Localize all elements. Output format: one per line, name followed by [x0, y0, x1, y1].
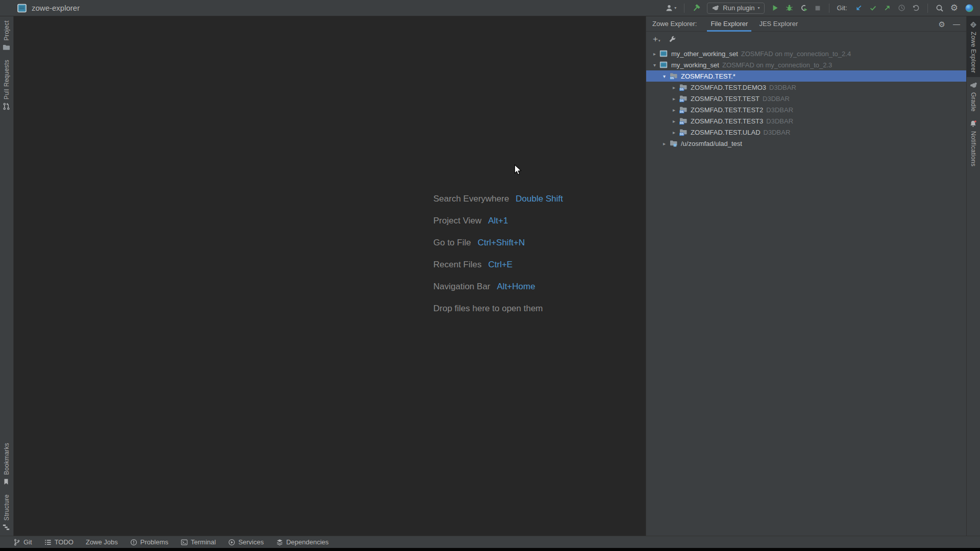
tree-row[interactable]: ▸ my_other_working_set ZOSMFAD on my_con…	[646, 48, 966, 59]
git-commit-button[interactable]	[869, 4, 877, 12]
shortcut-hint-row: Recent Files Ctrl+E	[433, 254, 563, 276]
tree-row[interactable]: ▸ DS ZOSMFAD.TEST.TEST2 D3DBAR	[646, 104, 966, 115]
tool-window-button[interactable]: Gradle	[967, 77, 980, 116]
bottom-bar-button[interactable]: Services	[228, 538, 264, 546]
tree-chevron-icon[interactable]: ▸	[660, 141, 669, 146]
tree-node-name: ZOSMFAD.TEST.TEST3	[691, 117, 763, 125]
tree-chevron-icon[interactable]: ▸	[650, 51, 659, 57]
tree-row[interactable]: ▸ DS ZOSMFAD.TEST.ULAD D3DBAR	[646, 127, 966, 138]
tree-row[interactable]: ▸ /u/zosmfad/ulad_test	[646, 138, 966, 149]
tree-node-suffix: ZOSMFAD on my_connection_to_2.3	[722, 61, 832, 69]
git-update-button[interactable]	[855, 4, 863, 12]
run-button[interactable]	[771, 4, 779, 12]
bottom-bar-icon	[228, 539, 235, 546]
settings-gear-icon[interactable]: ⚙	[950, 4, 958, 12]
tree-node-name: ZOSMFAD.TEST.DEMO3	[691, 84, 766, 91]
svg-text:DS: DS	[680, 99, 684, 102]
tree-row[interactable]: ▸ DS ZOSMFAD.TEST.DEMO3 D3DBAR	[646, 82, 966, 93]
zowe-panel-title: Zowe Explorer:	[652, 20, 697, 28]
tool-window-icon	[3, 103, 11, 111]
tree-chevron-icon[interactable]: ▸	[670, 107, 678, 113]
tree-chevron-icon[interactable]: ▸	[670, 130, 678, 135]
svg-text:Z: Z	[972, 22, 975, 27]
tool-window-button[interactable]: Project	[0, 16, 13, 56]
profile-sphere-icon[interactable]	[965, 4, 974, 13]
tool-window-button[interactable]: Structure	[0, 490, 13, 536]
bottom-bar-button[interactable]: Zowe Jobs	[86, 538, 118, 546]
tree-row[interactable]: ▾ my_working_set ZOSMFAD on my_connectio…	[646, 59, 966, 70]
tree-chevron-icon[interactable]: ▾	[660, 73, 669, 79]
tree-row[interactable]: ▸ DS ZOSMFAD.TEST.TEST D3DBAR	[646, 93, 966, 104]
build-hammer-button[interactable]	[692, 4, 700, 12]
title-bar: zowe-explorer ▾ Run plugin ▾ Git:	[0, 0, 980, 16]
search-everywhere-button[interactable]	[936, 4, 944, 12]
bottom-bar-icon	[13, 539, 20, 546]
tool-window-button[interactable]: Z Zowe Explorer	[967, 16, 980, 77]
tree-chevron-icon[interactable]: ▸	[670, 118, 678, 124]
tree-chevron-icon[interactable]: ▾	[650, 62, 659, 68]
explorer-tab[interactable]: File Explorer	[705, 16, 753, 32]
git-label: Git:	[837, 4, 847, 12]
tree-chevron-icon[interactable]: ▸	[670, 85, 678, 90]
main-toolbar: ▾ Run plugin ▾ Git:	[665, 3, 976, 14]
bottom-bar-button[interactable]: Git	[13, 538, 32, 546]
svg-text:DS: DS	[680, 121, 684, 124]
history-clock-button[interactable]	[898, 4, 905, 12]
tool-window-button[interactable]: Pull Requests	[0, 56, 13, 115]
tool-window-icon	[3, 43, 11, 52]
tree-row[interactable]: ▾ DS ZOSMFAD.TEST.*	[646, 70, 966, 82]
tool-window-icon: Z	[969, 20, 977, 29]
shortcut-keys: Ctrl+E	[488, 260, 512, 270]
git-push-button[interactable]	[884, 4, 891, 12]
tool-window-icon	[3, 523, 11, 532]
drop-hint-row: Drop files here to open them	[433, 297, 563, 319]
bottom-bar-button[interactable]: Problems	[130, 538, 168, 546]
run-configuration-select[interactable]: Run plugin ▾	[707, 3, 764, 14]
tree-node-suffix: D3DBAR	[763, 95, 790, 103]
tree-row[interactable]: ▸ DS ZOSMFAD.TEST.TEST3 D3DBAR	[646, 115, 966, 127]
hide-panel-icon[interactable]: —	[953, 20, 960, 28]
settings-wrench-icon[interactable]	[669, 35, 677, 43]
left-tool-stripe: Project Pull Requests Bookmarks Structur…	[0, 16, 14, 536]
tree-node-name: my_working_set	[671, 61, 719, 69]
tool-window-button[interactable]: Bookmarks	[0, 439, 13, 490]
app-icon	[17, 4, 27, 13]
run-with-coverage-button[interactable]	[800, 4, 807, 12]
panel-header-actions: ⚙ —	[939, 16, 960, 32]
bottom-bar-button[interactable]: Dependencies	[276, 538, 329, 546]
tree-node-icon: DS	[679, 83, 688, 91]
tree-node-suffix: D3DBAR	[766, 117, 793, 125]
panel-settings-gear-icon[interactable]: ⚙	[939, 20, 945, 28]
tree-node-name: ZOSMFAD.TEST.ULAD	[691, 129, 761, 136]
bottom-bar-button[interactable]: TODO	[44, 538, 74, 546]
undo-button[interactable]	[912, 4, 920, 12]
add-working-set-button[interactable]: + ▾	[653, 36, 660, 43]
bottom-bar-icon	[276, 539, 283, 546]
chevron-down-icon: ▾	[658, 39, 660, 43]
file-explorer-tree: ▸ my_other_working_set ZOSMFAD on my_con…	[646, 47, 966, 536]
debug-button[interactable]	[786, 4, 793, 12]
user-account-button[interactable]: ▾	[665, 4, 676, 12]
tree-node-suffix: D3DBAR	[764, 129, 791, 136]
tree-node-icon: DS	[679, 94, 688, 103]
tree-chevron-icon[interactable]: ▸	[670, 96, 678, 102]
bottom-bar-button[interactable]: Terminal	[181, 538, 216, 546]
shortcut-action-label: Go to File	[433, 238, 471, 248]
svg-text:DS: DS	[680, 110, 684, 113]
tree-node-icon	[669, 139, 678, 147]
zowe-panel-header: Zowe Explorer: File Explorer JES Explore…	[646, 16, 966, 32]
tool-window-button[interactable]: Notifications	[967, 116, 980, 170]
main-area: Project Pull Requests Bookmarks Structur…	[0, 16, 980, 536]
mouse-cursor	[514, 164, 523, 179]
tree-node-name: my_other_working_set	[671, 50, 738, 58]
shortcut-hint-row: Search Everywhere Double Shift	[433, 188, 563, 210]
explorer-tab[interactable]: JES Explorer	[753, 16, 803, 32]
stop-button[interactable]	[814, 5, 821, 12]
tree-node-suffix: D3DBAR	[766, 106, 793, 114]
shortcut-hint-row: Navigation Bar Alt+Home	[433, 276, 563, 297]
drop-files-hint: Drop files here to open them	[433, 304, 543, 314]
shortcut-keys: Alt+1	[488, 216, 508, 226]
shortcut-action-label: Navigation Bar	[433, 282, 491, 292]
tree-node-icon: DS	[679, 117, 688, 125]
window-title: zowe-explorer	[32, 4, 80, 12]
